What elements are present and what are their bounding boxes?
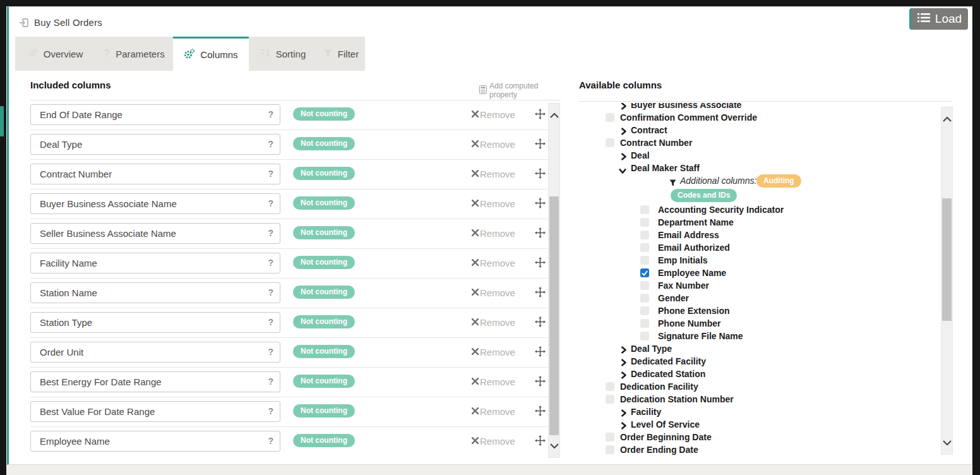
tab-filter[interactable]: Filter (318, 37, 365, 71)
checkbox[interactable] (606, 395, 614, 404)
checkbox[interactable] (606, 113, 614, 122)
column-name-input[interactable] (30, 371, 280, 392)
help-question-mark[interactable]: ? (268, 287, 273, 298)
tree-item[interactable]: Facility (603, 406, 938, 418)
not-counting-badge[interactable]: Not counting (293, 375, 355, 388)
checkbox[interactable] (640, 306, 649, 315)
additional-columns-pill[interactable]: Codes and IDs (671, 189, 737, 202)
remove-button[interactable]: Remove (472, 346, 515, 358)
drag-handle-icon[interactable] (535, 376, 546, 387)
remove-button[interactable]: Remove (472, 227, 515, 239)
tree-item[interactable]: Contract (603, 124, 938, 136)
checkbox[interactable] (640, 281, 649, 290)
drag-handle-icon[interactable] (535, 109, 546, 120)
tree-item[interactable]: Employee Name (603, 267, 938, 279)
not-counting-badge[interactable]: Not counting (293, 167, 355, 180)
checkbox[interactable] (640, 218, 649, 227)
remove-button[interactable]: Remove (472, 257, 515, 268)
column-name-input[interactable] (30, 312, 280, 333)
not-counting-badge[interactable]: Not counting (293, 107, 355, 121)
help-question-mark[interactable]: ? (268, 109, 273, 119)
column-name-input[interactable] (30, 164, 280, 184)
tree-item[interactable]: Department Name (603, 216, 938, 229)
column-name-input[interactable] (30, 253, 280, 274)
add-computed-property-button[interactable]: Add computed property (479, 81, 565, 99)
tree-item[interactable]: Dedication Facility (603, 380, 938, 393)
tree-item[interactable]: Order Beginning Date (603, 431, 938, 443)
tree-item[interactable]: Signature File Name (603, 330, 938, 342)
tree-item[interactable]: Dedicated Station (603, 368, 938, 380)
column-name-input[interactable] (30, 401, 280, 422)
drag-handle-icon[interactable] (535, 406, 546, 417)
remove-button[interactable]: Remove (472, 138, 515, 150)
not-counting-badge[interactable]: Not counting (293, 196, 355, 210)
help-question-mark[interactable]: ? (268, 258, 273, 268)
tree-item[interactable]: Email Authorized (603, 241, 938, 254)
tree-item[interactable]: Dedicated Facility (603, 355, 938, 368)
not-counting-badge[interactable]: Not counting (293, 256, 355, 269)
help-question-mark[interactable]: ? (268, 198, 273, 208)
tree-item[interactable]: Email Address (603, 229, 938, 241)
column-name-input[interactable] (30, 104, 280, 125)
drag-handle-icon[interactable] (535, 198, 546, 209)
remove-button[interactable]: Remove (472, 376, 515, 387)
tree-item[interactable]: Order Ending Date (603, 443, 938, 456)
not-counting-badge[interactable]: Not counting (293, 226, 355, 239)
checkbox[interactable] (640, 256, 649, 265)
drag-handle-icon[interactable] (535, 227, 546, 239)
chevron-up-icon[interactable] (943, 113, 952, 124)
tree-item[interactable]: Gender (603, 292, 938, 304)
tree-item[interactable]: Fax Number (603, 279, 938, 292)
not-counting-badge[interactable]: Not counting (293, 286, 355, 299)
column-name-input[interactable] (30, 223, 280, 244)
column-name-input[interactable] (30, 282, 280, 303)
scrollbar-thumb[interactable] (942, 198, 952, 321)
scrollbar-thumb[interactable] (549, 196, 559, 435)
tree-item[interactable]: Deal Maker Staff (603, 162, 938, 174)
checkbox[interactable] (640, 205, 649, 214)
tree-item[interactable]: Phone Number (603, 317, 938, 330)
drag-handle-icon[interactable] (535, 138, 546, 150)
help-question-mark[interactable]: ? (268, 436, 273, 446)
included-list-scrollbar[interactable] (548, 103, 560, 458)
tree-item[interactable]: Deal (603, 149, 938, 162)
checkbox[interactable] (640, 268, 649, 277)
tab-columns[interactable]: Columns (173, 37, 249, 71)
drag-handle-icon[interactable] (535, 435, 546, 447)
drag-handle-icon[interactable] (535, 346, 546, 358)
tree-item[interactable]: Dedication Station Number (603, 393, 938, 406)
checkbox[interactable] (606, 138, 614, 147)
checkbox[interactable] (606, 382, 614, 391)
chevron-up-icon[interactable] (550, 109, 559, 121)
remove-button[interactable]: Remove (472, 406, 515, 417)
tree-item[interactable]: Buyer Business Associate (603, 103, 938, 111)
tab-parameters[interactable]: ? Parameters (95, 37, 173, 71)
help-question-mark[interactable]: ? (268, 347, 273, 357)
load-button[interactable]: Load (909, 8, 968, 30)
not-counting-badge[interactable]: Not counting (293, 137, 355, 150)
additional-columns-pill[interactable]: Auditing (756, 174, 801, 188)
remove-button[interactable]: Remove (472, 316, 515, 328)
help-question-mark[interactable]: ? (268, 376, 273, 387)
remove-button[interactable]: Remove (472, 287, 515, 298)
remove-button[interactable]: Remove (472, 109, 515, 120)
not-counting-badge[interactable]: Not counting (293, 404, 355, 418)
not-counting-badge[interactable]: Not counting (293, 434, 355, 447)
checkbox[interactable] (606, 433, 614, 442)
column-name-input[interactable] (30, 193, 280, 214)
checkbox[interactable] (606, 445, 614, 454)
checkbox[interactable] (640, 294, 649, 303)
remove-button[interactable]: Remove (472, 435, 515, 447)
help-question-mark[interactable]: ? (268, 169, 273, 179)
tab-overview[interactable]: Overview (15, 37, 95, 71)
chevron-down-icon[interactable] (943, 437, 952, 448)
checkbox[interactable] (640, 319, 649, 328)
help-question-mark[interactable]: ? (268, 317, 273, 327)
checkbox[interactable] (640, 332, 649, 340)
column-name-input[interactable] (30, 342, 280, 363)
column-name-input[interactable] (30, 431, 280, 452)
help-question-mark[interactable]: ? (268, 139, 273, 149)
checkbox[interactable] (640, 243, 649, 252)
help-question-mark[interactable]: ? (268, 406, 273, 416)
tab-sorting[interactable]: Sorting (249, 37, 318, 71)
